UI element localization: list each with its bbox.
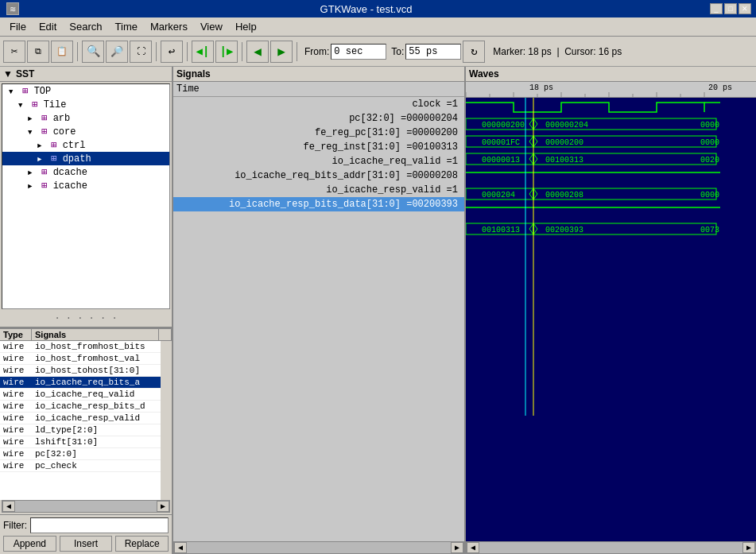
sig-type-8: wire (0, 437, 32, 447)
menu-file[interactable]: File (3, 19, 33, 34)
signal-row-0[interactable]: wire io_host_fromhost_bits (0, 341, 161, 353)
sig-type-9: wire (0, 449, 32, 459)
signal-hscroll[interactable]: ◀ ▶ (2, 500, 170, 513)
zoom-fit-button[interactable]: ⛶ (130, 41, 152, 63)
signals-hscroll-left[interactable]: ◀ (174, 542, 187, 553)
signal-row-5[interactable]: wire io_icache_resp_bits_d (0, 401, 161, 413)
svg-line-24 (529, 141, 533, 147)
svg-line-33 (529, 159, 533, 165)
paste-button[interactable]: 📋 (51, 41, 73, 63)
waves-canvas[interactable]: 000000200 000000204 0000 000001FC 000002… (466, 98, 756, 541)
sst-header: ▼ SST (0, 67, 172, 82)
signals-hscroll[interactable]: ◀ ▶ (173, 541, 464, 554)
filter-area: Filter: Append Insert Replace (0, 514, 172, 554)
from-input[interactable] (331, 44, 386, 60)
tree-item-dpath[interactable]: ► ⊞ dpath (2, 152, 169, 165)
signal-row-10[interactable]: wire pc_check (0, 460, 161, 472)
sst-tree[interactable]: ▼ ⊞ TOP ▼ ⊞ Tile ► ⊞ arb ▼ ⊞ core (2, 83, 170, 309)
signal-row-9[interactable]: wire pc[32:0] (0, 448, 161, 460)
sig-entry-3[interactable]: fe_reg_inst[31:0] =00100313 (173, 140, 464, 154)
sig-entry-6[interactable]: io_icache_resp_valid =1 (173, 183, 464, 197)
prev-marker-button[interactable]: ◀| (192, 41, 214, 63)
replace-button[interactable]: Replace (115, 536, 169, 552)
sig-entry-5[interactable]: io_icache_req_bits_addr[31:0] =00000208 (173, 169, 464, 183)
sst-collapse-icon[interactable]: ▼ (3, 68, 13, 79)
signal-hscroll-right[interactable]: ▶ (157, 501, 169, 512)
undo-button[interactable]: ↩ (161, 41, 183, 63)
marker-cursor-text: Marker: 18 ps | Cursor: 16 ps (493, 46, 622, 57)
signal-row-8[interactable]: wire lshift[31:0] (0, 436, 161, 448)
sig-entry-7[interactable]: io_icache_resp_bits_data[31:0] =00200393 (173, 197, 464, 211)
sep4 (242, 42, 242, 61)
signals-hscroll-right[interactable]: ▶ (451, 542, 463, 553)
signal-row-3[interactable]: wire io_icache_req_bits_a (0, 377, 161, 389)
menu-edit[interactable]: Edit (33, 19, 63, 34)
waves-hscroll-left[interactable]: ◀ (467, 542, 479, 553)
insert-button[interactable]: Insert (60, 536, 113, 552)
refresh-button[interactable]: ↻ (463, 41, 485, 63)
sig-name-8: lshift[31:0] (32, 437, 161, 447)
tree-icon-top: ⊞ (22, 86, 28, 97)
signal-scroll-container: wire io_host_fromhost_bits wire io_host_… (0, 341, 172, 500)
sst-bottom: Type Signals wire io_host_fromhost_bits … (0, 327, 172, 514)
wave-row-req-addr: 0000204 00000208 0000 (466, 188, 719, 200)
sst-title: SST (16, 68, 34, 79)
waves-hscroll-right[interactable]: ▶ (742, 542, 755, 553)
tree-item-dcache[interactable]: ► ⊞ dcache (2, 165, 169, 179)
sig-entry-1[interactable]: pc[32:0] =000000204 (173, 111, 464, 126)
minimize-button[interactable]: _ (710, 3, 723, 14)
signal-hscroll-left[interactable]: ◀ (2, 501, 15, 512)
tree-icon-dpath: ⊞ (51, 153, 56, 165)
menu-markers[interactable]: Markers (144, 19, 194, 34)
copy-button[interactable]: ⧉ (27, 41, 49, 63)
cut-button[interactable]: ✂ (3, 41, 25, 63)
tree-item-icache[interactable]: ► ⊞ icache (2, 179, 169, 192)
zoom-in-button[interactable]: 🔍 (82, 41, 104, 63)
fwd-button[interactable]: ▶ (270, 41, 293, 63)
ruler-tick-20ps: 20 ps (708, 83, 732, 92)
tree-label-arb: arb (53, 113, 71, 124)
sig-entry-2[interactable]: fe_reg_pc[31:0] =00000200 (173, 126, 464, 140)
tree-icon-arb: ⊞ (41, 113, 47, 124)
signals-hscroll-track[interactable] (187, 542, 451, 553)
sig-entry-0[interactable]: clock =1 (173, 97, 464, 111)
ruler-ticks-line (466, 92, 756, 97)
sep3 (187, 42, 188, 61)
sep2 (156, 42, 157, 61)
menu-search[interactable]: Search (63, 19, 108, 34)
sig-type-2: wire (0, 366, 32, 375)
signal-row-1[interactable]: wire io_host_fromhost_val (0, 353, 161, 365)
menu-time[interactable]: Time (109, 19, 144, 34)
sig-type-3: wire (0, 378, 32, 387)
waves-hscroll-track[interactable] (479, 542, 742, 553)
sig-name-7: ld_type[2:0] (32, 425, 161, 435)
back-button[interactable]: ◀ (246, 41, 269, 63)
append-button[interactable]: Append (3, 536, 56, 552)
svg-text:00000013: 00000013 (482, 156, 520, 165)
sst-dots: · · · · · · (0, 311, 172, 327)
maximize-button[interactable]: □ (724, 3, 737, 14)
next-marker-button[interactable]: |▶ (215, 41, 238, 63)
signal-row-6[interactable]: wire io_icache_resp_valid (0, 413, 161, 424)
tree-item-core[interactable]: ▼ ⊞ core (2, 125, 169, 138)
filter-input[interactable] (30, 517, 169, 533)
signal-hscroll-track[interactable] (15, 501, 157, 512)
close-button[interactable]: ✕ (739, 3, 751, 14)
sig-type-10: wire (0, 461, 32, 471)
tree-item-tile[interactable]: ▼ ⊞ Tile (2, 98, 169, 111)
from-label: From: (304, 46, 329, 57)
tree-item-arb[interactable]: ► ⊞ arb (2, 111, 169, 125)
waves-hscroll[interactable]: ◀ ▶ (466, 541, 756, 554)
menu-help[interactable]: Help (229, 19, 263, 34)
menu-view[interactable]: View (194, 19, 229, 34)
tree-item-ctrl[interactable]: ► ⊞ ctrl (2, 138, 169, 152)
to-label: To: (391, 46, 404, 57)
to-input[interactable] (405, 44, 461, 60)
signal-row-4[interactable]: wire io_icache_req_valid (0, 389, 161, 401)
svg-line-42 (529, 188, 533, 194)
tree-item-top[interactable]: ▼ ⊞ TOP (2, 84, 169, 98)
zoom-out-button[interactable]: 🔎 (106, 41, 128, 63)
sig-entry-4[interactable]: io_icache_req_valid =1 (173, 154, 464, 169)
signal-row-2[interactable]: wire io_host_tohost[31:0] (0, 365, 161, 377)
signal-row-7[interactable]: wire ld_type[2:0] (0, 424, 161, 436)
